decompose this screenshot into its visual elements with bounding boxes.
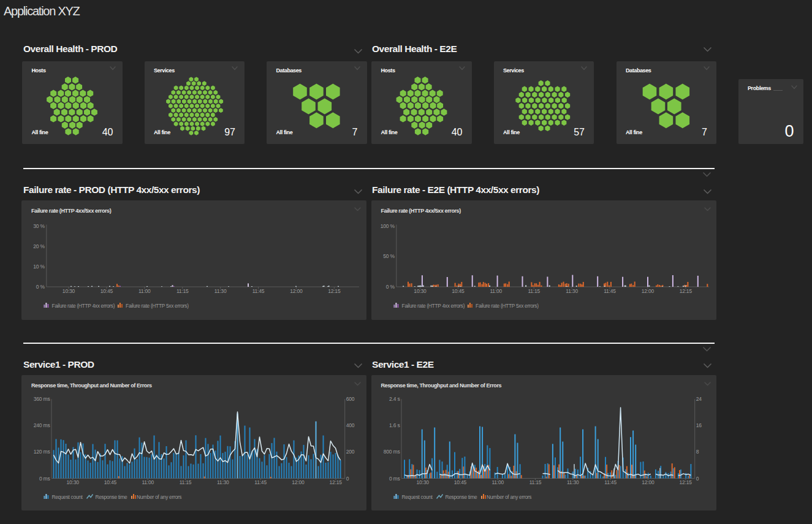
svg-text:10:45: 10:45 (452, 287, 465, 294)
svg-text:Request count: Request count (52, 493, 83, 499)
svg-text:11:00: 11:00 (142, 479, 154, 485)
svg-text:12:15: 12:15 (328, 287, 341, 294)
svg-text:2.4 s: 2.4 s (389, 396, 400, 402)
svg-text:50 %: 50 % (383, 253, 395, 259)
svg-text:10:30: 10:30 (63, 287, 75, 294)
svg-text:11:45: 11:45 (254, 479, 267, 485)
svg-text:12:00: 12:00 (641, 287, 654, 294)
svg-text:10:45: 10:45 (104, 479, 117, 485)
svg-text:12:00: 12:00 (642, 479, 655, 485)
svg-text:1.6 s: 1.6 s (389, 422, 400, 428)
svg-text:30 %: 30 % (33, 222, 45, 229)
svg-text:0 ms: 0 ms (389, 475, 400, 481)
svg-text:0 %: 0 % (385, 284, 395, 290)
svg-text:11:45: 11:45 (252, 287, 265, 294)
svg-text:12:00: 12:00 (290, 287, 303, 294)
svg-text:Response time: Response time (96, 493, 128, 499)
svg-text:Request count: Request count (401, 493, 433, 499)
svg-text:11:30: 11:30 (214, 287, 227, 294)
svg-text:11:15: 11:15 (528, 287, 540, 294)
svg-text:200: 200 (346, 449, 355, 455)
svg-text:11:30: 11:30 (566, 287, 578, 294)
svg-text:800 ms: 800 ms (383, 449, 400, 455)
svg-text:240 ms: 240 ms (34, 422, 50, 428)
svg-text:11:15: 11:15 (180, 479, 192, 485)
svg-text:11:15: 11:15 (529, 479, 541, 485)
svg-text:20 %: 20 % (33, 243, 45, 249)
svg-text:Number of any errors: Number of any errors (137, 493, 181, 499)
svg-text:400: 400 (346, 422, 355, 428)
svg-text:10 %: 10 % (33, 263, 45, 269)
svg-text:24: 24 (696, 396, 702, 402)
svg-text:0: 0 (696, 475, 699, 481)
svg-text:10:45: 10:45 (101, 287, 113, 294)
svg-text:10:30: 10:30 (414, 287, 427, 294)
svg-text:12:15: 12:15 (679, 479, 692, 485)
svg-text:10:30: 10:30 (66, 479, 79, 485)
svg-text:10:30: 10:30 (416, 479, 429, 485)
svg-text:11:45: 11:45 (604, 287, 616, 294)
svg-text:Failure rate (HTTP 4xx errors): Failure rate (HTTP 4xx errors) (401, 302, 465, 308)
svg-text:0 ms: 0 ms (39, 475, 50, 481)
svg-text:11:30: 11:30 (217, 479, 229, 485)
svg-text:100 %: 100 % (380, 222, 395, 229)
svg-text:11:15: 11:15 (176, 287, 189, 294)
svg-text:12:15: 12:15 (330, 479, 343, 485)
svg-text:0: 0 (346, 475, 349, 481)
svg-text:11:00: 11:00 (491, 479, 504, 485)
svg-text:8: 8 (696, 449, 699, 455)
svg-text:12:00: 12:00 (292, 479, 305, 485)
svg-text:11:00: 11:00 (490, 287, 502, 294)
svg-text:0 %: 0 % (36, 284, 45, 290)
svg-text:Failure rate (HTTP 4xx errors): Failure rate (HTTP 4xx errors) (52, 302, 115, 308)
svg-text:Response time: Response time (445, 493, 477, 499)
svg-text:360 ms: 360 ms (34, 396, 50, 402)
svg-text:Number of any errors: Number of any errors (487, 493, 531, 499)
svg-text:11:00: 11:00 (138, 287, 151, 294)
svg-text:600: 600 (346, 396, 355, 402)
svg-text:120 ms: 120 ms (34, 449, 50, 455)
svg-text:Failure rate (HTTP 5xx errors): Failure rate (HTTP 5xx errors) (476, 302, 539, 308)
svg-text:11:30: 11:30 (566, 479, 579, 485)
svg-text:10:45: 10:45 (453, 479, 466, 485)
svg-text:11:45: 11:45 (604, 479, 617, 485)
svg-text:16: 16 (696, 422, 702, 428)
svg-text:12:15: 12:15 (679, 287, 692, 294)
svg-text:Failure rate (HTTP 5xx errors): Failure rate (HTTP 5xx errors) (126, 302, 189, 308)
